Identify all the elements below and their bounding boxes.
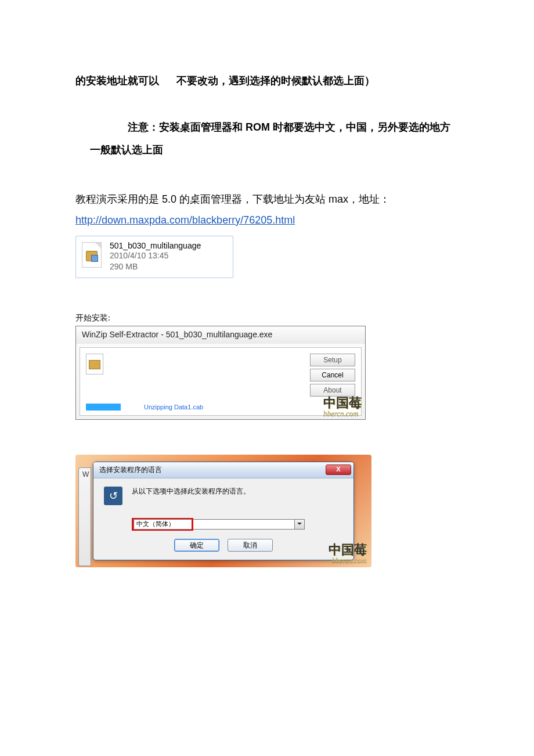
dialog-title: 选择安装程序的语言: [99, 465, 162, 475]
progress-status: Unzipping Data1.cab: [144, 404, 203, 411]
installer-icon: [104, 487, 122, 505]
p2-seg2: 一般默认选上面: [90, 144, 163, 156]
file-name: 501_b030_multilanguage: [110, 241, 201, 250]
language-dialog-screenshot: W 选择安装程序的语言 X 从以下选项中选择此安装程序的语言。 中文（简体）: [75, 455, 371, 567]
paragraph-2: 注意：安装桌面管理器和 ROM 时都要选中文，中国，另外要选的地方 一般默认选上…: [75, 116, 459, 162]
language-selected-value: 中文（简体）: [136, 520, 175, 528]
paragraph-3: 教程演示采用的是 5.0 的桌面管理器，下载地址为友站 max，地址：: [75, 189, 459, 210]
watermark-2: 中国莓 bbercn.com: [329, 543, 367, 564]
language-select[interactable]: 中文（简体）: [134, 519, 192, 530]
watermark2-en: bbercn.com: [331, 556, 367, 564]
watermark-en: bbercn.com: [323, 409, 359, 417]
p2-seg1: 注意：安装桌面管理器和 ROM 时都要选中文，中国，另外要选的地方: [128, 121, 450, 133]
dialog-instruction: 从以下选项中选择此安装程序的语言。: [132, 487, 250, 496]
watermark2-cn: 中国莓: [329, 542, 367, 557]
about-button[interactable]: About: [310, 384, 355, 397]
archive-icon: [86, 354, 103, 375]
language-dialog: 选择安装程序的语言 X 从以下选项中选择此安装程序的语言。 中文（简体）: [93, 462, 354, 560]
language-select-ext[interactable]: [193, 519, 305, 530]
archive-file-icon: [82, 242, 102, 268]
cancel-button[interactable]: Cancel: [310, 369, 355, 381]
highlight-box: 中文（简体）: [132, 518, 193, 531]
p1-seg2: 不要改动，遇到选择的时候默认都选上面）: [176, 75, 375, 87]
watermark-cn: 中国莓: [323, 395, 362, 410]
winzip-title: WinZip Self-Extractor - 501_b030_multila…: [76, 326, 365, 344]
chevron-down-icon[interactable]: [294, 520, 304, 529]
watermark: 中国莓 bbercn.com: [323, 397, 362, 417]
background-window-letter: W: [82, 470, 89, 478]
winzip-window: WinZip Self-Extractor - 501_b030_multila…: [75, 326, 366, 420]
p1-seg1: 的安装地址就可以: [75, 75, 159, 87]
file-date: 2010/4/10 13:45: [110, 250, 201, 262]
download-link[interactable]: http://down.maxpda.com/blackberry/76205.…: [75, 214, 295, 226]
cancel-button-dialog[interactable]: 取消: [228, 539, 273, 552]
ok-button[interactable]: 确定: [174, 539, 219, 552]
file-size: 290 MB: [110, 261, 201, 273]
paragraph-1: 的安装地址就可以 不要改动，遇到选择的时候默认都选上面）: [75, 70, 459, 93]
close-button[interactable]: X: [326, 465, 351, 475]
caption-start-install: 开始安装:: [75, 313, 459, 323]
file-tile[interactable]: 501_b030_multilanguage 2010/4/10 13:45 2…: [75, 236, 233, 278]
setup-button[interactable]: Setup: [310, 354, 355, 366]
background-window-edge: W: [78, 467, 91, 566]
